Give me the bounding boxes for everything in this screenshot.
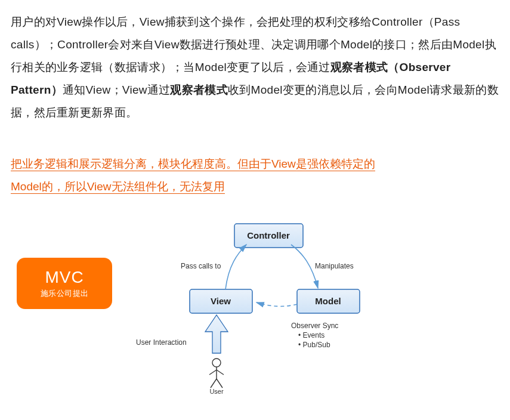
mvc-badge-title: MVC — [45, 268, 84, 287]
user-interaction-arrow — [205, 315, 228, 353]
description-paragraph: 用户的对View操作以后，View捕获到这个操作，会把处理的权利交移给Contr… — [11, 11, 499, 124]
user-icon — [209, 359, 224, 388]
arrow-manipulates — [291, 245, 318, 288]
para-text-2: 通知View；View通过 — [63, 84, 171, 96]
label-user: User — [209, 388, 224, 394]
para-bold-2: 观察者模式 — [170, 84, 228, 96]
mvc-badge: MVC 施乐公司提出 — [17, 258, 112, 309]
svg-line-8 — [217, 379, 222, 388]
label-manipulates: Manipulates — [315, 262, 354, 270]
arrow-pass-calls — [225, 245, 246, 289]
label-user-interaction: User Interaction — [136, 338, 187, 347]
view-node: View — [190, 289, 252, 313]
spacer — [11, 124, 499, 153]
svg-point-3 — [212, 359, 221, 367]
summary-line-2: Model的，所以View无法组件化，无法复用 — [11, 180, 225, 194]
model-node: Model — [297, 289, 360, 313]
label-events: • Events — [298, 331, 324, 339]
controller-label: Controller — [247, 230, 290, 240]
controller-node: Controller — [234, 224, 303, 248]
label-observer-sync: Observer Sync — [291, 322, 338, 330]
mvc-badge-subtitle: 施乐公司提出 — [41, 288, 89, 299]
summary-line-1: 把业务逻辑和展示逻辑分离，模块化程度高。但由于View是强依赖特定的 — [11, 158, 375, 171]
svg-line-7 — [211, 379, 217, 388]
model-label: Model — [315, 296, 341, 306]
mvc-diagram-section: MVC 施乐公司提出 Controller — [11, 215, 499, 396]
label-pass-calls: Pass calls to — [181, 262, 221, 270]
svg-line-6 — [217, 370, 224, 375]
label-pubsub: • Pub/Sub — [298, 341, 330, 349]
svg-line-5 — [209, 370, 217, 375]
view-label: View — [211, 296, 231, 306]
arrow-observer-sync — [256, 302, 297, 306]
mvc-architecture-diagram: Controller View Model Pass calls to Mani… — [112, 215, 499, 396]
summary-highlight: 把业务逻辑和展示逻辑分离，模块化程度高。但由于View是强依赖特定的 Model… — [11, 153, 499, 198]
